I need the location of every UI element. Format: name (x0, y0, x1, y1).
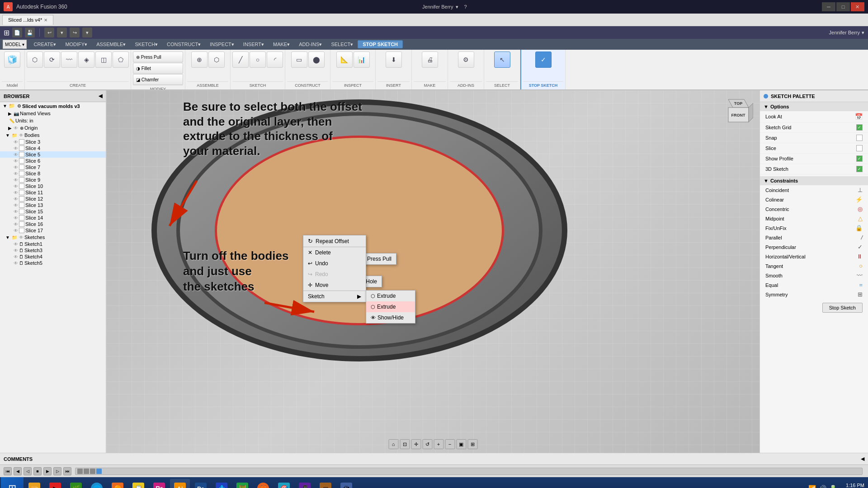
ribbon-rib-icon[interactable]: ◫ (95, 52, 112, 68)
anim-play[interactable]: ▶ (43, 467, 52, 475)
sketch1-item[interactable]: 👁 🗒 Sketch1 (0, 241, 106, 247)
slice-14-item[interactable]: 👁 Slice 14 (0, 215, 106, 221)
ribbon-revolve-icon[interactable]: ⟳ (44, 52, 60, 68)
slice-12-item[interactable]: 👁 Slice 12 (0, 196, 106, 202)
anim-prev-start[interactable]: ⏮ (4, 467, 12, 475)
undo-dropdown[interactable]: ▾ (57, 28, 67, 38)
active-tab[interactable]: Sliced ...lds v4* ✕ (2, 15, 53, 25)
model-tag[interactable]: MODEL ▾ (3, 40, 27, 49)
maximize-button[interactable]: □ (836, 2, 850, 11)
taskbar-app-calc[interactable]: 🧮 (232, 479, 252, 488)
nav-zoom-out[interactable]: − (445, 439, 455, 449)
slice-7-item[interactable]: 👁 Slice 7 (0, 164, 106, 170)
menu-modify[interactable]: MODIFY▾ (61, 41, 92, 48)
save-button[interactable]: 💾 (25, 28, 35, 38)
taskbar-app-mount[interactable]: 🏔 (336, 479, 356, 488)
taskbar-app-mobile[interactable]: 📱 (295, 479, 315, 488)
anim-prev[interactable]: ◀ (14, 467, 22, 475)
slice-12-check[interactable] (19, 196, 24, 202)
ribbon-offset-plane-icon[interactable]: ▭ (291, 52, 307, 68)
anim-stop[interactable]: ■ (33, 467, 42, 475)
slice-5-item[interactable]: 👁 Slice 5 (0, 151, 106, 158)
ribbon-insert-icon[interactable]: ⬇ (386, 52, 402, 68)
anim-next-end[interactable]: ⏭ (63, 467, 71, 475)
constraint-tangent[interactable]: Tangent ○ (760, 261, 868, 271)
ctx-redo[interactable]: ↪ Redo (303, 269, 366, 280)
taskbar-app-browser[interactable]: 🌐 (87, 479, 107, 488)
ribbon-web-icon[interactable]: ⬠ (113, 52, 129, 68)
nav-pan[interactable]: ✛ (411, 439, 421, 449)
ribbon-midplane-icon[interactable]: ⬤ (308, 52, 325, 68)
slice-7-check[interactable] (19, 164, 24, 170)
ribbon-measure-icon[interactable]: 📐 (336, 52, 353, 68)
ribbon-loft-icon[interactable]: ◈ (78, 52, 94, 68)
constraint-coincident[interactable]: Coincident ⊥ (760, 185, 868, 195)
browser-collapse[interactable]: ◀ (99, 93, 102, 99)
ribbon-fillet[interactable]: ◑ Fillet (133, 63, 183, 74)
look-at-icon[interactable]: 📅 (855, 113, 863, 120)
ribbon-extrude-icon[interactable]: ⬡ (27, 52, 43, 68)
nav-display-mode[interactable]: ▣ (456, 439, 466, 449)
constraint-symmetry[interactable]: Symmetry ⊞ (760, 290, 868, 299)
ribbon-model-icon[interactable]: 🧊 (4, 52, 20, 68)
comments-expand[interactable]: ◀ (861, 456, 864, 462)
ctx-undo[interactable]: ↩ Undo (303, 258, 366, 269)
stop-sketch-button[interactable]: Stop Sketch (822, 303, 863, 313)
constraint-equal[interactable]: Equal = (760, 280, 868, 290)
undo-button[interactable]: ↩ (44, 28, 54, 38)
anim-play-rev[interactable]: ◁ (24, 467, 32, 475)
ctx-move[interactable]: ✛ Move (303, 280, 366, 291)
ribbon-line-icon[interactable]: ╱ (232, 52, 249, 68)
slice-17-item[interactable]: 👁 Slice 17 (0, 227, 106, 234)
view-cube[interactable]: TOP FRONT (719, 95, 753, 133)
ribbon-make-icon[interactable]: 🖨 (422, 52, 438, 68)
sketch3-item[interactable]: 👁 🗒 Sketch3 (0, 247, 106, 253)
constraint-midpoint[interactable]: Midpoint △ (760, 214, 868, 223)
options-section-title[interactable]: ▼ Options (760, 102, 868, 111)
ribbon-select-icon[interactable]: ↖ (494, 52, 510, 68)
slice-5-check[interactable] (19, 152, 24, 157)
ribbon-sweep-icon[interactable]: 〰 (61, 52, 77, 68)
sketches-group-item[interactable]: ▼ 📁 👁 Sketches (0, 234, 106, 241)
taskbar-app-green[interactable]: 🌿 (66, 479, 86, 488)
slice-4-item[interactable]: 👁 Slice 4 (0, 145, 106, 151)
nav-home[interactable]: ⌂ (388, 439, 398, 449)
ribbon-arc-icon[interactable]: ◜ (267, 52, 283, 68)
slice-15-item[interactable]: 👁 Slice 15 (0, 208, 106, 215)
taskbar-app-firefox[interactable]: 🦊 (253, 479, 273, 488)
menu-sketch[interactable]: SKETCH▾ (130, 41, 162, 48)
taskbar-app-ps[interactable]: Ps (191, 479, 211, 488)
slice-14-check[interactable] (19, 215, 24, 221)
taskbar-app-notes[interactable]: 📋 (128, 479, 148, 488)
slice-17-check[interactable] (19, 228, 24, 233)
anim-next[interactable]: ▷ (53, 467, 61, 475)
slice-16-item[interactable]: 👁 Slice 16 (0, 221, 106, 227)
slice-3-item[interactable]: 👁 Slice 3 (0, 139, 106, 145)
redo-button[interactable]: ↪ (70, 28, 80, 38)
ribbon-press-pull[interactable]: ⊕ Press Pull (133, 52, 183, 62)
slice-10-check[interactable] (19, 183, 24, 189)
taskbar-app-paint[interactable]: Br (149, 479, 169, 488)
taskbar-app-ai[interactable]: Ai (170, 479, 190, 488)
browser-project-item[interactable]: ▼ 📁 ⚙ Sliced vacuum molds v3 (0, 102, 106, 110)
slice-4-check[interactable] (19, 145, 24, 151)
constraint-colinear[interactable]: Colinear ⚡ (760, 195, 868, 204)
ribbon-rigid-icon[interactable]: ⬡ (208, 52, 225, 68)
slice-check[interactable] (19, 139, 24, 145)
nav-zoom-fit[interactable]: ⊡ (400, 439, 410, 449)
3d-sketch-check[interactable]: ✓ (856, 166, 863, 172)
constraints-section-title[interactable]: ▼ Constraints (760, 176, 868, 185)
slice-check[interactable] (856, 145, 863, 151)
nav-grid[interactable]: ⊞ (467, 439, 477, 449)
snap-check[interactable] (856, 135, 863, 141)
constraint-horiz-vert[interactable]: Horizontal/Vertical ⏸ (760, 252, 868, 261)
redo-dropdown[interactable]: ▾ (82, 28, 92, 38)
menu-insert[interactable]: INSERT▾ (239, 41, 269, 48)
menu-create[interactable]: CREATE▾ (29, 41, 61, 48)
minimize-button[interactable]: ─ (822, 2, 835, 11)
show-profile-check[interactable]: ✓ (856, 155, 863, 162)
sketch4-item[interactable]: 👁 🗒 Sketch4 (0, 253, 106, 260)
ctx-extrude-2[interactable]: ⬡ Extrude (366, 301, 415, 312)
taskbar-app-nav[interactable]: 🎯 (274, 479, 294, 488)
slice-15-check[interactable] (19, 209, 24, 214)
